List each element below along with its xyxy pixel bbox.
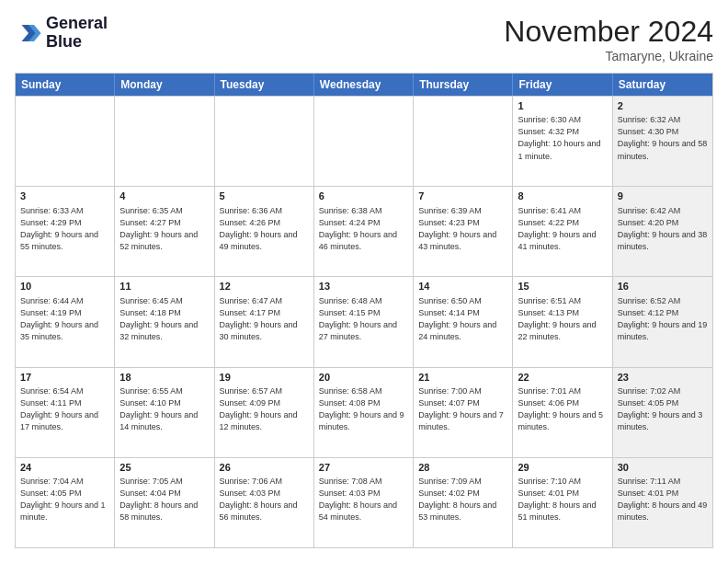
calendar-cell-r2c2: 12Sunrise: 6:47 AM Sunset: 4:17 PM Dayli…	[215, 277, 314, 366]
logo-text-blue: Blue	[46, 33, 108, 52]
day-info: Sunrise: 6:32 AM Sunset: 4:30 PM Dayligh…	[618, 114, 708, 162]
calendar-cell-r4c4: 28Sunrise: 7:09 AM Sunset: 4:02 PM Dayli…	[414, 458, 513, 547]
calendar-cell-r2c0: 10Sunrise: 6:44 AM Sunset: 4:19 PM Dayli…	[16, 277, 115, 366]
day-number: 20	[319, 371, 408, 385]
calendar-cell-r1c3: 6Sunrise: 6:38 AM Sunset: 4:24 PM Daylig…	[314, 187, 414, 276]
day-info: Sunrise: 6:55 AM Sunset: 4:10 PM Dayligh…	[119, 385, 209, 433]
logo-text-general: General	[46, 15, 108, 33]
calendar-cell-r2c6: 16Sunrise: 6:52 AM Sunset: 4:12 PM Dayli…	[613, 277, 712, 366]
calendar-cell-r4c3: 27Sunrise: 7:08 AM Sunset: 4:03 PM Dayli…	[314, 458, 414, 547]
day-number: 2	[618, 99, 708, 113]
day-info: Sunrise: 7:10 AM Sunset: 4:01 PM Dayligh…	[518, 476, 607, 523]
day-info: Sunrise: 7:01 AM Sunset: 4:06 PM Dayligh…	[518, 385, 607, 433]
day-info: Sunrise: 7:11 AM Sunset: 4:01 PM Dayligh…	[618, 476, 708, 523]
header-cell-wednesday: Wednesday	[314, 74, 414, 96]
calendar-cell-r0c2	[215, 97, 314, 186]
day-number: 16	[618, 280, 708, 293]
day-number: 4	[119, 190, 209, 203]
day-info: Sunrise: 6:54 AM Sunset: 4:11 PM Dayligh…	[20, 385, 109, 433]
day-number: 9	[618, 190, 708, 203]
calendar-cell-r4c5: 29Sunrise: 7:10 AM Sunset: 4:01 PM Dayli…	[513, 458, 612, 547]
day-number: 12	[220, 280, 309, 293]
day-info: Sunrise: 6:33 AM Sunset: 4:29 PM Dayligh…	[20, 205, 109, 253]
header-cell-tuesday: Tuesday	[215, 74, 314, 96]
day-number: 11	[119, 280, 209, 293]
logo-icon	[15, 19, 42, 47]
calendar-cell-r4c2: 26Sunrise: 7:06 AM Sunset: 4:03 PM Dayli…	[215, 458, 314, 547]
calendar-row-4: 24Sunrise: 7:04 AM Sunset: 4:05 PM Dayli…	[16, 457, 712, 547]
day-info: Sunrise: 6:38 AM Sunset: 4:24 PM Dayligh…	[319, 205, 408, 253]
calendar-cell-r3c5: 22Sunrise: 7:01 AM Sunset: 4:06 PM Dayli…	[513, 368, 612, 457]
day-info: Sunrise: 6:39 AM Sunset: 4:23 PM Dayligh…	[418, 205, 507, 253]
day-info: Sunrise: 6:30 AM Sunset: 4:32 PM Dayligh…	[518, 114, 607, 162]
day-info: Sunrise: 6:51 AM Sunset: 4:13 PM Dayligh…	[518, 295, 607, 343]
day-info: Sunrise: 7:02 AM Sunset: 4:05 PM Dayligh…	[618, 385, 708, 433]
calendar-cell-r4c0: 24Sunrise: 7:04 AM Sunset: 4:05 PM Dayli…	[16, 458, 115, 547]
day-number: 25	[119, 461, 209, 475]
calendar-body: 1Sunrise: 6:30 AM Sunset: 4:32 PM Daylig…	[16, 96, 712, 547]
day-number: 7	[418, 190, 507, 203]
day-info: Sunrise: 6:41 AM Sunset: 4:22 PM Dayligh…	[518, 205, 607, 253]
calendar-cell-r2c3: 13Sunrise: 6:48 AM Sunset: 4:15 PM Dayli…	[314, 277, 414, 366]
day-info: Sunrise: 6:42 AM Sunset: 4:20 PM Dayligh…	[618, 205, 708, 253]
title-block: November 2024 Tamaryne, Ukraine	[504, 15, 713, 63]
calendar-row-0: 1Sunrise: 6:30 AM Sunset: 4:32 PM Daylig…	[16, 96, 712, 186]
day-info: Sunrise: 6:52 AM Sunset: 4:12 PM Dayligh…	[618, 295, 708, 343]
day-info: Sunrise: 6:48 AM Sunset: 4:15 PM Dayligh…	[319, 295, 408, 343]
day-number: 15	[518, 280, 607, 293]
calendar: SundayMondayTuesdayWednesdayThursdayFrid…	[15, 73, 713, 548]
calendar-cell-r0c1	[115, 97, 214, 186]
day-number: 29	[518, 461, 607, 475]
day-number: 3	[20, 190, 109, 203]
calendar-cell-r0c3	[314, 97, 414, 186]
day-info: Sunrise: 7:06 AM Sunset: 4:03 PM Dayligh…	[220, 476, 309, 523]
day-info: Sunrise: 7:08 AM Sunset: 4:03 PM Dayligh…	[319, 476, 408, 523]
day-number: 26	[220, 461, 309, 475]
calendar-cell-r3c1: 18Sunrise: 6:55 AM Sunset: 4:10 PM Dayli…	[115, 368, 214, 457]
calendar-cell-r1c1: 4Sunrise: 6:35 AM Sunset: 4:27 PM Daylig…	[115, 187, 214, 276]
day-info: Sunrise: 6:50 AM Sunset: 4:14 PM Dayligh…	[418, 295, 507, 343]
day-number: 14	[418, 280, 507, 293]
calendar-header: SundayMondayTuesdayWednesdayThursdayFrid…	[16, 74, 712, 96]
day-info: Sunrise: 7:05 AM Sunset: 4:04 PM Dayligh…	[119, 476, 209, 523]
calendar-cell-r1c0: 3Sunrise: 6:33 AM Sunset: 4:29 PM Daylig…	[16, 187, 115, 276]
calendar-row-3: 17Sunrise: 6:54 AM Sunset: 4:11 PM Dayli…	[16, 367, 712, 457]
logo: General Blue	[15, 15, 108, 52]
day-info: Sunrise: 6:44 AM Sunset: 4:19 PM Dayligh…	[20, 295, 109, 343]
day-number: 8	[518, 190, 607, 203]
calendar-cell-r3c6: 23Sunrise: 7:02 AM Sunset: 4:05 PM Dayli…	[613, 368, 712, 457]
day-info: Sunrise: 6:36 AM Sunset: 4:26 PM Dayligh…	[220, 205, 309, 253]
day-number: 24	[20, 461, 109, 475]
day-info: Sunrise: 7:09 AM Sunset: 4:02 PM Dayligh…	[418, 476, 507, 523]
header-cell-friday: Friday	[513, 74, 612, 96]
day-number: 22	[518, 371, 607, 385]
day-number: 18	[119, 371, 209, 385]
day-number: 30	[618, 461, 708, 475]
calendar-cell-r1c4: 7Sunrise: 6:39 AM Sunset: 4:23 PM Daylig…	[414, 187, 513, 276]
calendar-cell-r3c3: 20Sunrise: 6:58 AM Sunset: 4:08 PM Dayli…	[314, 368, 414, 457]
day-info: Sunrise: 6:58 AM Sunset: 4:08 PM Dayligh…	[319, 385, 408, 433]
calendar-cell-r0c4	[414, 97, 513, 186]
day-number: 10	[20, 280, 109, 293]
calendar-cell-r1c2: 5Sunrise: 6:36 AM Sunset: 4:26 PM Daylig…	[215, 187, 314, 276]
day-info: Sunrise: 6:57 AM Sunset: 4:09 PM Dayligh…	[220, 385, 309, 433]
day-number: 21	[418, 371, 507, 385]
day-number: 6	[319, 190, 408, 203]
header-cell-thursday: Thursday	[414, 74, 513, 96]
calendar-cell-r2c1: 11Sunrise: 6:45 AM Sunset: 4:18 PM Dayli…	[115, 277, 214, 366]
calendar-row-1: 3Sunrise: 6:33 AM Sunset: 4:29 PM Daylig…	[16, 186, 712, 276]
calendar-cell-r4c1: 25Sunrise: 7:05 AM Sunset: 4:04 PM Dayli…	[115, 458, 214, 547]
day-info: Sunrise: 6:45 AM Sunset: 4:18 PM Dayligh…	[119, 295, 209, 343]
day-info: Sunrise: 6:35 AM Sunset: 4:27 PM Dayligh…	[119, 205, 209, 253]
calendar-cell-r0c6: 2Sunrise: 6:32 AM Sunset: 4:30 PM Daylig…	[613, 97, 712, 186]
day-number: 28	[418, 461, 507, 475]
calendar-cell-r0c5: 1Sunrise: 6:30 AM Sunset: 4:32 PM Daylig…	[513, 97, 612, 186]
day-number: 19	[220, 371, 309, 385]
day-number: 23	[618, 371, 708, 385]
header-cell-saturday: Saturday	[613, 74, 712, 96]
header-cell-sunday: Sunday	[16, 74, 115, 96]
calendar-cell-r2c5: 15Sunrise: 6:51 AM Sunset: 4:13 PM Dayli…	[513, 277, 612, 366]
day-number: 27	[319, 461, 408, 475]
calendar-cell-r3c4: 21Sunrise: 7:00 AM Sunset: 4:07 PM Dayli…	[414, 368, 513, 457]
calendar-cell-r3c2: 19Sunrise: 6:57 AM Sunset: 4:09 PM Dayli…	[215, 368, 314, 457]
